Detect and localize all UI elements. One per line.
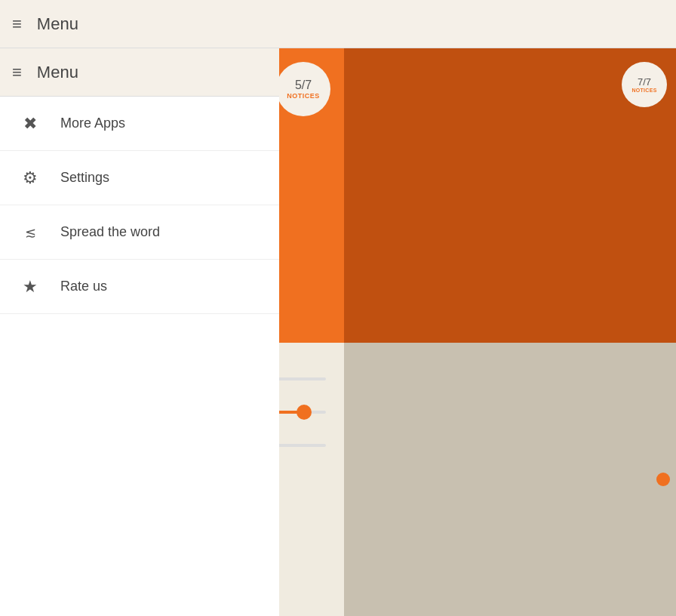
- right-notices-count: 7/7: [638, 76, 651, 88]
- rate-us-label: Rate us: [60, 279, 107, 294]
- notices-count: 5/7: [295, 79, 312, 92]
- star-icon: ★: [18, 277, 42, 297]
- notices-badge: 5/7 NOTICES: [276, 62, 330, 116]
- share-icon: ≲: [18, 224, 42, 241]
- more-apps-label: More Apps: [60, 116, 125, 131]
- menu-hamburger-icon[interactable]: ≡: [12, 63, 22, 82]
- menu-items: ✖ More Apps ⚙ Settings ≲ Spread the word…: [0, 97, 279, 616]
- menu-item-spread-the-word[interactable]: ≲ Spread the word: [0, 205, 279, 260]
- app-title: Menu: [37, 14, 78, 34]
- top-bar: ≡ Menu: [0, 0, 676, 48]
- right-notices-label: NOTICES: [631, 88, 656, 93]
- menu-title: Menu: [37, 63, 78, 82]
- settings-icon: ⚙: [18, 168, 42, 188]
- menu-header: ≡ Menu: [0, 48, 279, 97]
- settings-label: Settings: [60, 170, 109, 186]
- right-peek-bottom: [344, 343, 676, 616]
- menu-item-settings[interactable]: ⚙ Settings: [0, 151, 279, 205]
- menu-overlay: ≡ Menu ✖ More Apps ⚙ Settings ≲ Spread t…: [0, 48, 279, 616]
- right-notices-badge: 7/7 NOTICES: [622, 62, 667, 107]
- right-slider-thumb: [656, 473, 670, 486]
- hamburger-icon[interactable]: ≡: [12, 14, 22, 34]
- notices-label: NOTICES: [287, 92, 320, 100]
- right-peek-orange: 7/7 NOTICES: [344, 48, 676, 343]
- media-slider-thumb[interactable]: [297, 405, 312, 420]
- spread-word-label: Spread the word: [60, 224, 160, 240]
- menu-item-rate-us[interactable]: ★ Rate us: [0, 260, 279, 314]
- main-area: 5/7 NOTICES 15/15 MEDIA 4/7 SYSTEM SYSTE…: [0, 48, 676, 616]
- right-peek: 7/7 NOTICES: [344, 48, 676, 616]
- more-apps-icon: ✖: [18, 114, 42, 134]
- menu-item-more-apps[interactable]: ✖ More Apps: [0, 97, 279, 151]
